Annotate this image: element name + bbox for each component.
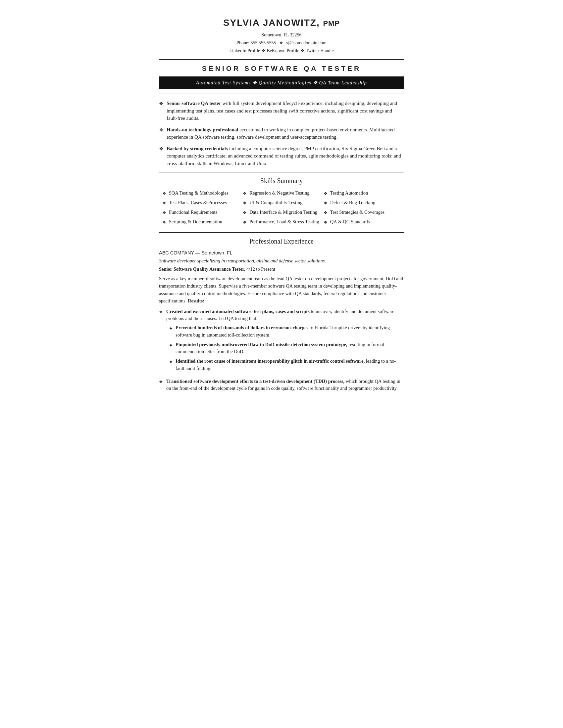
diamond-icon: ❖: [324, 219, 328, 226]
exp-bullet-2: ❖ Transitioned software development effo…: [159, 378, 404, 392]
exp-title: Professional Experience: [159, 236, 404, 246]
diamond-icon: ❖: [162, 209, 166, 216]
skills-col-2: ❖Regression & Negative Testing ❖UI & Com…: [243, 190, 320, 228]
sub-bullet-1: ◆ Prevented hundreds of thousands of dol…: [169, 324, 404, 339]
summary-bold-3: Backed by strong credentials: [166, 146, 228, 151]
skills-section: Skills Summary ❖SQA Testing & Methodolog…: [159, 176, 404, 228]
header-rule-top: [159, 59, 404, 60]
diamond-icon: ❖: [243, 219, 247, 226]
header-links: LinkedIn Profile ❖ BeKnown Profile ❖ Twi…: [159, 47, 404, 55]
summary-bold-1: Senior software QA tester: [166, 101, 221, 106]
skill-item-2-1: ❖Regression & Negative Testing: [243, 190, 320, 197]
header-address: Sometown, FL 32256: [159, 31, 404, 39]
diamond-icon-2: ❖: [159, 126, 163, 134]
exp-rule-top: [159, 232, 404, 233]
diamond-icon: ❖: [243, 209, 247, 216]
skill-item-1-1: ❖SQA Testing & Methodologies: [162, 190, 239, 197]
skills-col-1: ❖SQA Testing & Methodologies ❖Test Plans…: [162, 190, 239, 228]
skill-item-1-2: ❖Test Plans, Cases & Processes: [162, 199, 239, 206]
sub-bold-2: Pinpointed previously undiscovered flaw …: [175, 342, 347, 347]
skill-item-2-4: ❖Performance, Load & Stress Testing: [243, 218, 320, 226]
diamond-icon: ❖: [159, 379, 163, 385]
company-name: ABC COMPANY — Sometown, FL: [159, 250, 404, 257]
job-date: 4/12 to Present: [245, 266, 275, 272]
summary-rule-top: [159, 94, 404, 94]
diamond-icon-3: ❖: [159, 145, 163, 153]
skill-item-3-4: ❖QA & QC Standards: [324, 218, 401, 226]
diamond-icon: ❖: [162, 190, 166, 197]
skill-item-3-3: ❖Test Strategies & Coverages: [324, 209, 401, 216]
job-title-line: Senior Software Quality Assurance Tester…: [159, 266, 404, 273]
header-contact: Sometown, FL 32256 Phone: 555.555.5555 ❖…: [159, 31, 404, 55]
diamond-icon: ❖: [243, 190, 247, 197]
title-banner: Automated Test Systems ❖ Quality Methodo…: [159, 76, 404, 89]
skills-rule-top: [159, 172, 404, 172]
job-description: Serve as a key member of software develo…: [159, 275, 404, 305]
summary-item-2: ❖ Hands-on technology professional accus…: [159, 126, 404, 141]
skills-col-3: ❖Testing Automation ❖Defect & Bug Tracki…: [324, 190, 401, 228]
diamond-icon: ❖: [324, 190, 328, 197]
sub-bullet-3: ◆ Identified the root cause of intermitt…: [169, 358, 404, 372]
company-desc: Software developer specializing in trans…: [159, 257, 404, 265]
sub-diamond-icon: ◆: [169, 359, 172, 364]
sub-bullet-2: ◆ Pinpointed previously undiscovered fla…: [169, 341, 404, 356]
summary-item-1: ❖ Senior software QA tester with full sy…: [159, 100, 404, 122]
experience-bullets: ❖ Created and executed automated softwar…: [159, 308, 404, 392]
sub-diamond-icon: ◆: [169, 326, 172, 331]
exp-bullet-1-bold: Created and executed automated software …: [166, 309, 310, 314]
experience-section: Professional Experience ABC COMPANY — So…: [159, 236, 404, 392]
diamond-icon: ❖: [159, 309, 163, 315]
exp-bullet-2-bold: Transitioned software development effort…: [166, 379, 345, 384]
skills-title: Skills Summary: [159, 176, 404, 186]
sub-bold-3: Identified the root cause of intermitten…: [175, 358, 365, 364]
diamond-icon: ❖: [324, 209, 328, 216]
sub-bold-1: Prevented hundreds of thousands of dolla…: [175, 325, 308, 330]
skill-item-3-1: ❖Testing Automation: [324, 190, 401, 197]
resume-header: SYLVIA JANOWITZ, PMP Sometown, FL 32256 …: [159, 16, 404, 55]
skill-item-3-2: ❖Defect & Bug Tracking: [324, 199, 401, 206]
diamond-icon: ❖: [324, 200, 328, 206]
diamond-icon: ❖: [162, 200, 166, 206]
results-label: Results:: [188, 298, 204, 303]
main-title: SENIOR SOFTWARE QA TESTER: [159, 63, 404, 74]
job-title: Senior Software Quality Assurance Tester…: [159, 266, 245, 272]
skill-item-1-3: ❖Functional Requirements: [162, 209, 239, 216]
exp-bullet-1: ❖ Created and executed automated softwar…: [159, 308, 404, 375]
skills-grid: ❖SQA Testing & Methodologies ❖Test Plans…: [159, 190, 404, 228]
diamond-icon-1: ❖: [159, 100, 163, 108]
skill-item-1-4: ❖Scripting & Documentation: [162, 218, 239, 226]
sub-diamond-icon: ◆: [169, 342, 172, 347]
diamond-icon: ❖: [243, 200, 247, 206]
summary-section: ❖ Senior software QA tester with full sy…: [159, 100, 404, 167]
summary-bold-2: Hands-on technology professional: [166, 127, 238, 132]
sub-bullets: ◆ Prevented hundreds of thousands of dol…: [169, 324, 404, 372]
header-name: SYLVIA JANOWITZ, PMP: [159, 16, 404, 30]
summary-item-3: ❖ Backed by strong credentials including…: [159, 145, 404, 167]
section-title-block: SENIOR SOFTWARE QA TESTER: [159, 63, 404, 74]
diamond-icon: ❖: [162, 219, 166, 226]
skill-item-2-3: ❖Data Interface & Migration Testing: [243, 209, 320, 216]
skill-item-2-2: ❖UI & Compatibility Testing: [243, 199, 320, 206]
header-phone-line: Phone: 555.555.5555 ❖ sj@somedomain.com: [159, 39, 404, 47]
